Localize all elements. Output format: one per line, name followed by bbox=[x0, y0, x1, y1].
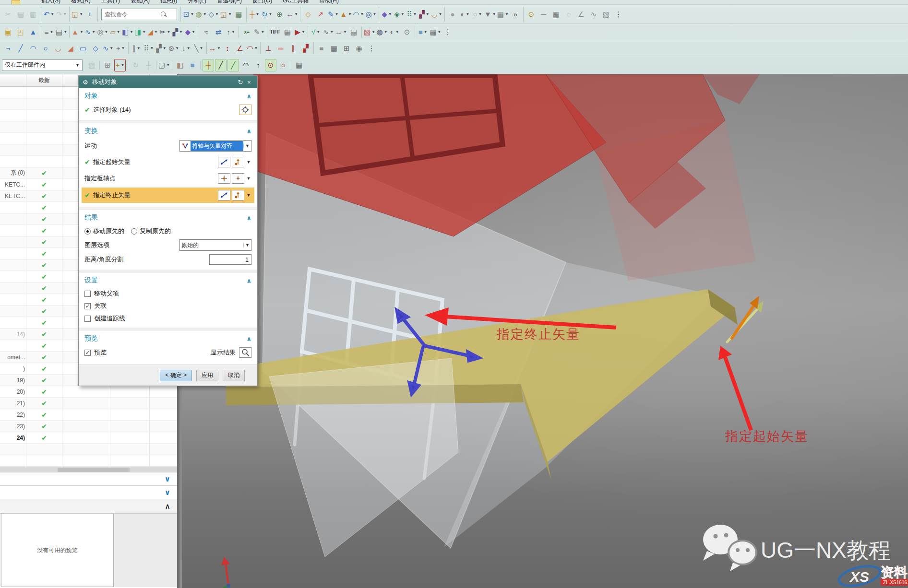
chevron-down-icon[interactable]: ▼ bbox=[187, 46, 191, 50]
equal-constraint-icon[interactable]: ═ bbox=[275, 42, 287, 54]
immediate-hide-icon[interactable]: ⊙ bbox=[401, 26, 413, 38]
chevron-down-icon[interactable]: ▼ bbox=[231, 30, 235, 34]
chevron-down-icon[interactable]: ▼ bbox=[50, 12, 54, 16]
chevron-down-icon[interactable]: ▼ bbox=[246, 160, 251, 165]
dialog-close-button[interactable]: × bbox=[245, 79, 253, 86]
chevron-down-icon[interactable]: ▼ bbox=[217, 46, 221, 50]
extrude2-icon[interactable]: ▲▼ bbox=[72, 26, 84, 38]
undo-icon[interactable]: ↶▼ bbox=[43, 8, 55, 21]
menu-item[interactable]: 插入(S) bbox=[41, 0, 60, 5]
layer-icon[interactable]: ≡▼ bbox=[43, 26, 55, 38]
midpoint-snap-icon[interactable]: ╱ bbox=[227, 59, 239, 71]
unite-icon[interactable]: ◆▼ bbox=[381, 8, 393, 21]
rotate-view-icon[interactable]: ↻▼ bbox=[261, 8, 273, 21]
chevron-down-icon[interactable]: ▼ bbox=[478, 12, 482, 16]
rotate-handle-icon[interactable]: ↻ bbox=[130, 59, 142, 71]
select-object-button[interactable] bbox=[239, 105, 251, 115]
line-icon[interactable]: ╱ bbox=[15, 42, 26, 54]
wave-link-icon[interactable]: ≈ bbox=[200, 26, 212, 38]
intersect-icon[interactable]: ⊗▼ bbox=[168, 42, 179, 54]
feature-name[interactable] bbox=[0, 340, 26, 351]
feature-name[interactable] bbox=[0, 133, 26, 144]
navigator-section-preview[interactable]: ∧ bbox=[0, 499, 177, 514]
chevron-down-icon[interactable]: ▼ bbox=[80, 30, 84, 34]
solid-cube-icon[interactable]: ■ bbox=[187, 59, 198, 71]
chevron-down-icon[interactable]: ▼ bbox=[401, 12, 405, 16]
feature-name[interactable]: 21) bbox=[0, 398, 26, 409]
chevron-down-icon[interactable]: ▼ bbox=[439, 12, 442, 16]
feature-name[interactable] bbox=[0, 444, 26, 455]
overflow2-icon[interactable]: ⋮ bbox=[442, 26, 454, 38]
show-hide-icon[interactable]: ◐▼ bbox=[389, 26, 400, 38]
constraints-icon[interactable]: ≡ bbox=[316, 42, 327, 54]
chevron-down-icon[interactable]: ▼ bbox=[413, 12, 417, 16]
display-constraint-icon[interactable]: ▦ bbox=[328, 42, 340, 54]
feature-name[interactable]: KETC... bbox=[0, 190, 26, 201]
track-icon[interactable]: ⊙ bbox=[526, 8, 537, 21]
chevron-down-icon[interactable]: ▼ bbox=[246, 176, 251, 181]
chevron-down-icon[interactable]: ▼ bbox=[335, 12, 338, 16]
overflow3-icon[interactable]: ⋮ bbox=[366, 42, 377, 54]
selection-scope-dropdown[interactable]: 仅在工作部件内 ▼ bbox=[2, 59, 83, 71]
circle-snap-icon[interactable]: ○ bbox=[277, 59, 289, 71]
menu-item[interactable]: 信息(I) bbox=[160, 0, 177, 5]
vertical-snap-icon[interactable]: ↑ bbox=[252, 59, 264, 71]
pivot-point-dialog-button[interactable] bbox=[218, 173, 230, 184]
chevron-down-icon[interactable]: ▼ bbox=[79, 12, 83, 16]
scrollbar-thumb[interactable] bbox=[58, 468, 130, 472]
navigator-row[interactable]: 20)✔ bbox=[0, 386, 177, 398]
end-vector-dialog-button[interactable] bbox=[218, 190, 230, 200]
preview-checkbox-label[interactable]: 预览 bbox=[94, 348, 107, 357]
chevron-down-icon[interactable]: ▼ bbox=[200, 46, 203, 50]
pattern-icon[interactable]: ⠿▼ bbox=[406, 8, 418, 21]
feature-name[interactable] bbox=[0, 282, 26, 294]
pivot-point-inferred-button[interactable] bbox=[232, 173, 244, 184]
chevron-down-icon[interactable]: ▼ bbox=[137, 46, 141, 50]
feature-name[interactable] bbox=[0, 294, 26, 305]
feature-name[interactable]: 20) bbox=[0, 386, 26, 397]
move-parents-checkbox[interactable]: 移动父项 bbox=[84, 287, 251, 300]
trim-icon[interactable]: ✂▼ bbox=[159, 26, 171, 38]
open-icon[interactable]: ◰ bbox=[15, 26, 26, 38]
navigator-row[interactable] bbox=[0, 444, 177, 455]
chevron-down-icon[interactable]: ▼ bbox=[330, 30, 334, 34]
chevron-down-icon[interactable]: ▼ bbox=[301, 30, 305, 34]
chevron-down-icon[interactable]: ▼ bbox=[175, 46, 179, 50]
chevron-down-icon[interactable]: ▼ bbox=[492, 12, 496, 16]
navigator-row[interactable]: 22)✔ bbox=[0, 409, 177, 421]
move-original-radio[interactable]: 移动原先的 bbox=[84, 227, 124, 235]
chevron-down-icon[interactable]: ▼ bbox=[360, 12, 364, 16]
dialog-titlebar[interactable]: ⚙ 移动对象 ↻ × bbox=[79, 76, 257, 88]
menu-item[interactable]: 分析(L) bbox=[188, 0, 206, 5]
datum-axis-icon[interactable]: ↗ bbox=[315, 8, 326, 21]
mirror-curve-icon[interactable]: ▞▼ bbox=[155, 42, 167, 54]
screenshot-icon[interactable]: ◱▼ bbox=[72, 8, 83, 21]
chevron-down-icon[interactable]: ▼ bbox=[215, 12, 219, 16]
feature-name[interactable]: 22) bbox=[0, 409, 26, 420]
wcs-snap-icon[interactable]: ┼ bbox=[203, 59, 214, 71]
feature-name[interactable] bbox=[0, 455, 26, 466]
feature-name[interactable] bbox=[0, 271, 26, 282]
point-filter-icon[interactable]: +▼ bbox=[114, 59, 126, 71]
shadow-icon[interactable]: ▼▼ bbox=[484, 8, 496, 21]
chevron-down-icon[interactable]: ▼ bbox=[63, 12, 67, 16]
chevron-down-icon[interactable]: ▼ bbox=[505, 12, 509, 16]
grid-snap-icon[interactable]: ▦ bbox=[293, 59, 305, 71]
curve-analysis-icon[interactable]: ∿▼ bbox=[323, 26, 334, 38]
feature-name[interactable]: 系 (0) bbox=[0, 167, 26, 178]
feature-name[interactable] bbox=[0, 317, 26, 328]
navigator-row[interactable]: 24)✔ bbox=[0, 432, 177, 444]
join-icon[interactable]: ◆▼ bbox=[184, 26, 196, 38]
angular-dimension-icon[interactable]: ∠ bbox=[234, 42, 246, 54]
studio-icon[interactable]: ✎▼ bbox=[253, 26, 265, 38]
promote-icon[interactable]: ↑▼ bbox=[225, 26, 237, 38]
show-result-button[interactable] bbox=[239, 347, 251, 358]
tiff-export-icon[interactable]: TIFF bbox=[269, 26, 281, 38]
new-icon[interactable]: ▣ bbox=[2, 26, 14, 38]
chevron-down-icon[interactable]: ▼ bbox=[388, 12, 392, 16]
feature-name[interactable]: 14) bbox=[0, 329, 26, 340]
feature-name[interactable] bbox=[0, 259, 26, 270]
feature-name[interactable]: 19) bbox=[0, 375, 26, 386]
chevron-down-icon[interactable]: ▼ bbox=[384, 30, 388, 34]
shaded-view-icon[interactable]: ◍▼ bbox=[195, 8, 207, 21]
